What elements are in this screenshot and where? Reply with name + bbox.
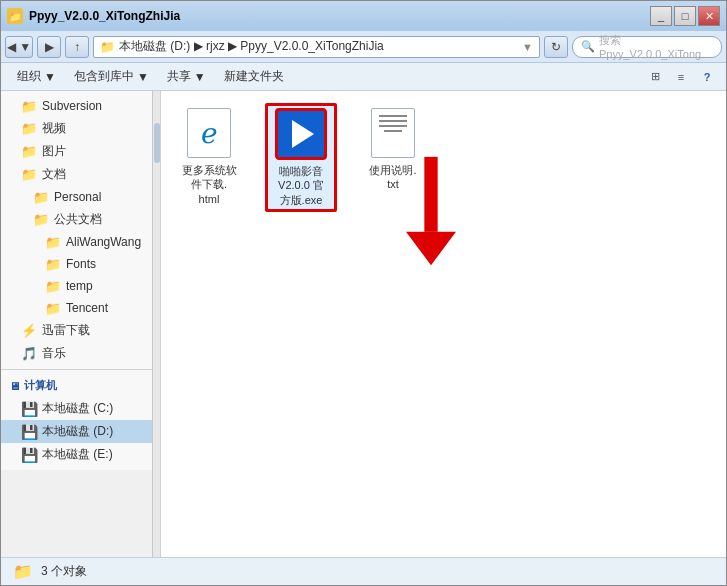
back-button[interactable]: ◀ ▼ — [5, 36, 33, 58]
folder-icon: 📁 — [45, 278, 61, 294]
sidebar-item-temp[interactable]: 📁 temp — [1, 275, 153, 297]
txt-line1 — [379, 115, 406, 117]
sidebar-item-tencent[interactable]: 📁 Tencent — [1, 297, 153, 319]
search-box[interactable]: 🔍 搜索 Ppyy_V2.0.0_XiTong... — [572, 36, 722, 58]
folder-icon: 📁 — [33, 212, 49, 228]
exe-icon-bg — [275, 108, 327, 160]
html-icon: ℯ — [187, 108, 231, 158]
close-button[interactable]: ✕ — [698, 6, 720, 26]
sidebar-item-thunder[interactable]: ⚡ 迅雷下载 — [1, 319, 153, 342]
sidebar-item-label: 视频 — [42, 120, 66, 137]
sidebar-item-label: 图片 — [42, 143, 66, 160]
svg-marker-1 — [406, 232, 456, 265]
folder-icon: 📁 — [100, 40, 115, 54]
sidebar-wrapper: 📁 Subversion 📁 视频 📁 图片 📁 文档 📁 Per — [1, 91, 161, 557]
statusbar-count: 3 个对象 — [41, 563, 87, 580]
search-icon: 🔍 — [581, 40, 595, 53]
minimize-button[interactable]: _ — [650, 6, 672, 26]
share-button[interactable]: 共享 ▼ — [159, 66, 214, 88]
view-list-button[interactable]: ≡ — [670, 66, 692, 88]
file-icon-txt — [367, 107, 419, 159]
sidebar-item-aliwangwang[interactable]: 📁 AliWangWang — [1, 231, 153, 253]
organize-arrow: ▼ — [44, 70, 56, 84]
sidebar-item-music[interactable]: 🎵 音乐 — [1, 342, 153, 365]
file-icon-html: ℯ — [183, 107, 235, 159]
sidebar-item-drive-d[interactable]: 💾 本地磁盘 (D:) — [1, 420, 153, 443]
ie-icon: ℯ — [201, 117, 218, 150]
sidebar-item-fonts[interactable]: 📁 Fonts — [1, 253, 153, 275]
sidebar-item-public-docs[interactable]: 📁 公共文档 — [1, 208, 153, 231]
breadcrumb-path: 本地磁盘 (D:) ▶ rjxz ▶ Ppyy_V2.0.0_XiTongZhi… — [119, 38, 384, 55]
include-library-button[interactable]: 包含到库中 ▼ — [66, 66, 157, 88]
sidebar-item-label: Personal — [54, 190, 101, 204]
file-item-txt[interactable]: 使用说明.txt — [357, 103, 429, 196]
file-icon-exe — [275, 108, 327, 160]
search-placeholder: 搜索 Ppyy_V2.0.0_XiTong... — [599, 33, 713, 60]
organize-label: 组织 — [17, 68, 41, 85]
window-icon: 📁 — [7, 8, 23, 24]
refresh-button[interactable]: ↻ — [544, 36, 568, 58]
breadcrumb[interactable]: 📁 本地磁盘 (D:) ▶ rjxz ▶ Ppyy_V2.0.0_XiTongZ… — [93, 36, 540, 58]
sidebar-item-drive-c[interactable]: 💾 本地磁盘 (C:) — [1, 397, 153, 420]
addressbar: ◀ ▼ ▶ ↑ 📁 本地磁盘 (D:) ▶ rjxz ▶ Ppyy_V2.0.0… — [1, 31, 726, 63]
folder-icon: 📁 — [45, 234, 61, 250]
play-icon — [292, 120, 314, 148]
file-label-html: 更多系统软件下载.html — [182, 163, 237, 206]
organize-button[interactable]: 组织 ▼ — [9, 66, 64, 88]
sidebar-item-documents[interactable]: 📁 文档 — [1, 163, 153, 186]
sidebar-item-drive-e[interactable]: 💾 本地磁盘 (E:) — [1, 443, 153, 466]
folder-icon: 📁 — [33, 189, 49, 205]
titlebar-buttons: _ □ ✕ — [650, 6, 720, 26]
file-item-html[interactable]: ℯ 更多系统软件下载.html — [173, 103, 245, 210]
txt-line3 — [379, 125, 406, 127]
drive-icon: 💾 — [21, 401, 37, 417]
statusbar-folder-icon: 📁 — [13, 562, 33, 581]
drive-icon: 💾 — [21, 447, 37, 463]
file-label-txt: 使用说明.txt — [369, 163, 416, 192]
txt-line4 — [384, 130, 403, 132]
file-item-exe[interactable]: 啪啪影音V2.0.0 官方版.exe — [265, 103, 337, 212]
share-label: 共享 — [167, 68, 191, 85]
new-folder-label: 新建文件夹 — [224, 68, 284, 85]
sidebar-item-personal[interactable]: 📁 Personal — [1, 186, 153, 208]
new-folder-button[interactable]: 新建文件夹 — [216, 66, 292, 88]
window: 📁 Ppyy_V2.0.0_XiTongZhiJia _ □ ✕ ◀ ▼ ▶ ↑… — [0, 0, 727, 586]
up-button[interactable]: ↑ — [65, 36, 89, 58]
thunder-icon: ⚡ — [21, 323, 37, 339]
help-button[interactable]: ? — [696, 66, 718, 88]
folder-icon: 📁 — [21, 121, 37, 137]
view-toggle-button[interactable]: ⊞ — [644, 66, 666, 88]
sidebar: 📁 Subversion 📁 视频 📁 图片 📁 文档 📁 Per — [1, 91, 153, 470]
file-area: ℯ 更多系统软件下载.html 啪啪影音V2.0.0 官方版.exe — [161, 91, 726, 557]
computer-icon: 🖥 — [9, 380, 20, 392]
folder-icon: 📁 — [21, 98, 37, 114]
folder-icon: 📁 — [21, 144, 37, 160]
sidebar-item-pictures[interactable]: 📁 图片 — [1, 140, 153, 163]
sidebar-item-label: 公共文档 — [54, 211, 102, 228]
sidebar-item-label: 本地磁盘 (E:) — [42, 446, 113, 463]
sidebar-item-subversion[interactable]: 📁 Subversion — [1, 95, 153, 117]
maximize-button[interactable]: □ — [674, 6, 696, 26]
drive-icon: 💾 — [21, 424, 37, 440]
folder-icon: 📁 — [21, 167, 37, 183]
sidebar-item-label: AliWangWang — [66, 235, 141, 249]
include-library-arrow: ▼ — [137, 70, 149, 84]
sidebar-item-label: 本地磁盘 (C:) — [42, 400, 113, 417]
folder-icon: 📁 — [45, 300, 61, 316]
sidebar-scrollbar[interactable] — [152, 91, 160, 557]
toolbar: 组织 ▼ 包含到库中 ▼ 共享 ▼ 新建文件夹 ⊞ ≡ ? — [1, 63, 726, 91]
computer-label: 计算机 — [24, 378, 57, 393]
sidebar-item-label: 音乐 — [42, 345, 66, 362]
sidebar-item-video[interactable]: 📁 视频 — [1, 117, 153, 140]
sidebar-item-label: temp — [66, 279, 93, 293]
window-title: Ppyy_V2.0.0_XiTongZhiJia — [29, 9, 180, 23]
sidebar-item-label: 本地磁盘 (D:) — [42, 423, 113, 440]
computer-section-header[interactable]: 🖥 计算机 — [1, 374, 153, 397]
music-icon: 🎵 — [21, 346, 37, 362]
breadcrumb-arrow: ▼ — [522, 41, 533, 53]
folder-icon: 📁 — [45, 256, 61, 272]
sidebar-item-label: Tencent — [66, 301, 108, 315]
sidebar-divider — [1, 369, 153, 370]
txt-icon — [371, 108, 415, 158]
forward-button[interactable]: ▶ — [37, 36, 61, 58]
